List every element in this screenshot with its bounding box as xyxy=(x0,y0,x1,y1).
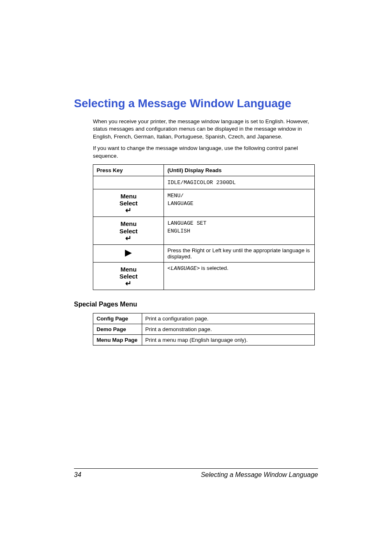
footer-title: Selecting a Message Window Language xyxy=(201,471,318,479)
intro-paragraph-2: If you want to change the message window… xyxy=(93,145,315,160)
press-key-cell: Menu Select ↵ xyxy=(93,189,164,217)
special-row-desc: Print a demonstration page. xyxy=(142,324,314,335)
special-row-name: Demo Page xyxy=(93,324,142,335)
select-label: Select xyxy=(120,200,138,207)
right-arrow-icon: ▶ xyxy=(97,247,160,258)
page-number: 34 xyxy=(74,471,81,479)
menu-label: Menu xyxy=(120,220,136,227)
special-row-name: Menu Map Page xyxy=(93,335,142,345)
lang-variable: LANGUAGE xyxy=(171,265,196,272)
display-reads-cell: Press the Right or Left key until the ap… xyxy=(164,244,315,262)
menu-select-button-icon: Menu Select ↵ xyxy=(97,219,160,242)
col-header-display-reads: (Until) Display Reads xyxy=(164,164,315,176)
menu-label: Menu xyxy=(120,193,136,200)
select-label: Select xyxy=(120,273,138,280)
press-key-cell: ▶ xyxy=(93,244,164,262)
document-page: Selecting a Message Window Language When… xyxy=(0,0,392,555)
special-row-desc: Print a menu map (English language only)… xyxy=(142,335,314,345)
special-row-name: Config Page xyxy=(93,313,142,324)
press-key-cell xyxy=(93,176,164,189)
return-icon: ↵ xyxy=(97,207,160,214)
sequence-table: Press Key (Until) Display Reads IDLE/MAG… xyxy=(93,164,315,290)
display-line: LANGUAGE SET xyxy=(167,219,311,227)
col-header-press-key: Press Key xyxy=(93,164,164,176)
special-row-desc: Print a configuration page. xyxy=(142,313,314,324)
lang-suffix: > is selected. xyxy=(196,265,228,271)
intro-paragraph-1: When you receive your printer, the messa… xyxy=(93,118,315,141)
special-pages-heading: Special Pages Menu xyxy=(74,301,315,308)
display-reads-cell: IDLE/MAGICOLOR 2300DL xyxy=(164,176,315,189)
display-line: ENGLISH xyxy=(167,227,311,235)
display-reads-cell: MENU/ LANGUAGE xyxy=(164,189,315,217)
page-footer: 34 Selecting a Message Window Language xyxy=(74,468,318,479)
page-title: Selecting a Message Window Language xyxy=(74,97,318,111)
select-label: Select xyxy=(120,228,138,235)
display-line: LANGUAGE xyxy=(167,200,311,207)
press-key-cell: Menu Select ↵ xyxy=(93,217,164,245)
display-line: MENU/ xyxy=(167,192,311,200)
menu-label: Menu xyxy=(120,266,136,273)
menu-select-button-icon: Menu Select ↵ xyxy=(97,192,160,214)
display-reads-cell: <LANGUAGE> is selected. xyxy=(164,262,315,290)
press-key-cell: Menu Select ↵ xyxy=(93,262,164,290)
display-line: IDLE/MAGICOLOR 2300DL xyxy=(167,179,311,187)
return-icon: ↵ xyxy=(97,280,160,287)
return-icon: ↵ xyxy=(97,235,160,242)
special-pages-table: Config Page Print a configuration page. … xyxy=(93,313,315,345)
display-reads-cell: LANGUAGE SET ENGLISH xyxy=(164,217,315,245)
body-content: When you receive your printer, the messa… xyxy=(74,118,318,346)
menu-select-button-icon: Menu Select ↵ xyxy=(97,265,160,288)
